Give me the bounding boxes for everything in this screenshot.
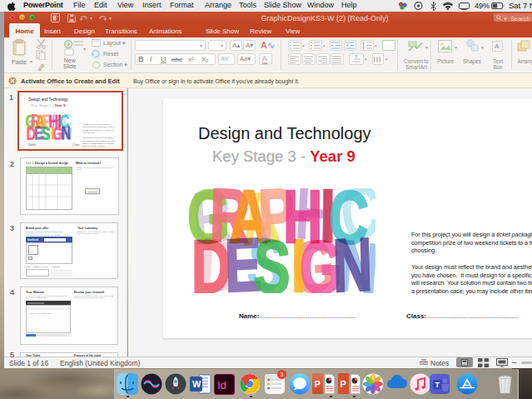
svg-text:S: S [253,225,291,293]
svg-text:P: P [341,379,346,389]
svg-text:W: W [192,379,201,389]
svg-text:N: N [332,222,374,293]
svg-text:P: P [315,379,321,389]
svg-text:Id: Id [217,379,226,392]
svg-text:A: A [495,42,500,50]
svg-text:N: N [61,122,71,140]
svg-text:S: S [42,122,51,140]
svg-text:T: T [435,381,440,389]
